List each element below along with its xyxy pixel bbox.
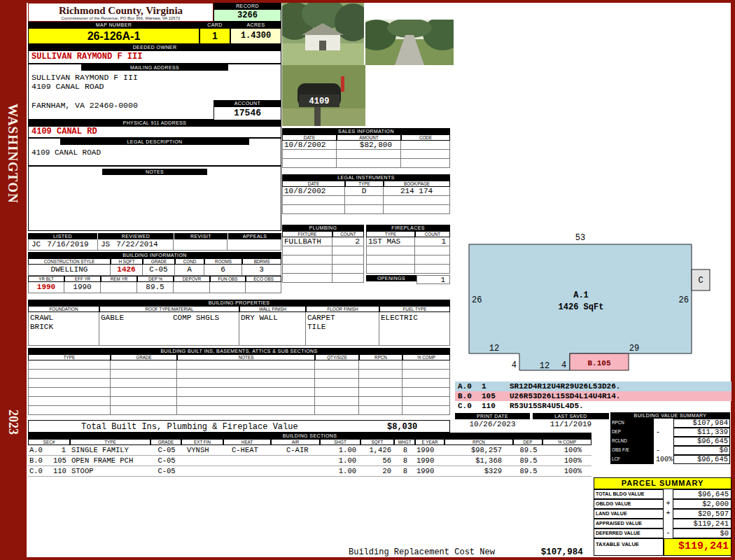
plumbing-count: 2 — [332, 237, 364, 246]
building-properties-section: BUILDING PROPERTIES FOUNDATION ROOF TYPE… — [28, 300, 450, 346]
builtins-total-row: Total Built Ins, Plumbing & Fireplace Va… — [28, 420, 450, 433]
binfo-header-grade: GRADE — [143, 258, 175, 265]
county-header: Richmond County, Virginia Commissioner o… — [28, 3, 214, 22]
builtins-empty-row — [28, 360, 450, 370]
instruments-header-type: TYPE — [345, 181, 384, 187]
binfo-header-bdrms: BDRMS — [242, 258, 281, 265]
plumbing-header-count: COUNT — [332, 231, 364, 237]
building-value-summary-label: BUILDING VALUE SUMMARY — [610, 412, 730, 419]
sales-header-amount: AMOUNT — [337, 134, 401, 141]
taxable-value-label: TAXABLE VALUE — [594, 538, 664, 556]
plumbing-box: PLUMBING FIXTURE COUNT FULLBATH 2 — [282, 225, 364, 283]
vs-row-dep: DEP - $11,339 — [610, 428, 730, 437]
physical-address-section: PHYSICAL 911 ADDRESS 4109 CANAL RD — [28, 120, 281, 138]
reviewed-by: JS — [101, 239, 110, 250]
card-number-box: CARD 1 — [200, 22, 230, 44]
legal-instruments-section: LEGAL INSTRUMENTS DATE TYPE BOOK/PAGE 10… — [282, 174, 450, 214]
deeded-owner-section: DEEDED OWNER SULLIVAN RAYMOND F III — [28, 44, 281, 64]
bprops-header-foundation: FOUNDATION — [28, 306, 99, 312]
builtins-header-qty: QTY/SIZE — [315, 354, 359, 360]
plumbing-header-fixture: FIXTURE — [282, 231, 332, 237]
building-information-label: BUILDING INFORMATION — [28, 252, 281, 258]
binfo-header-hsqft: H SQFT — [111, 258, 143, 265]
building-sections: BUILDING SECTIONS SEC# TYPE GRADE EXT FI… — [28, 433, 592, 477]
binfo-effyr: 1990 — [64, 282, 101, 293]
sketch-section-a-label: A.1 — [573, 290, 589, 300]
binfo-header-yrblt: YR BLT — [28, 276, 64, 282]
map-number-box: MAP NUMBER 26-126A-1 — [28, 22, 200, 44]
last-saved-label: LAST SAVED — [533, 413, 609, 419]
bprops-header-fuel: FUEL TYPE — [379, 306, 450, 312]
binfo-header-cond: COND — [175, 258, 204, 265]
sketch-section-b-label: B.105 — [587, 359, 610, 368]
vs-row-lcf: LCF 100% $96,645 — [610, 455, 730, 464]
binfo-funobs — [210, 282, 246, 293]
instruments-header-bookpage: BOOK/PAGE — [384, 181, 450, 187]
sketch-dim-right: 26 — [679, 295, 689, 305]
bprops-header-roof: ROOF TYPE/MATERIAL — [99, 306, 239, 312]
builtins-empty-row — [28, 406, 450, 415]
bsec-header-eyear: E YEAR — [415, 439, 444, 445]
bprops-header-floor: FLOOR FINISH — [306, 306, 379, 312]
fireplaces-label: FIREPLACES — [366, 225, 450, 231]
bprops-header-wall: WALL FINISH — [239, 306, 306, 312]
bprops-floor: CARPET TILE — [306, 312, 379, 346]
building-sections-label: BUILDING SECTIONS — [28, 433, 592, 439]
sketch-section-c-label: C — [698, 276, 703, 286]
building-section-row: C.0 110 STOOP C-05 1.00 20 8 1990 $329 8… — [28, 466, 592, 477]
binfo-header-effyr: EFF YR — [64, 276, 101, 282]
bsec-header-rpcn: RPCN — [444, 439, 513, 445]
sales-header-date: DATE — [282, 134, 337, 141]
fireplaces-header-count: COUNT — [415, 231, 450, 237]
sketch-dim-bottom-right: 29 — [629, 344, 639, 354]
fireplaces-header-type: TYPE — [366, 231, 415, 237]
bsec-header-ext: EXT FIN — [181, 439, 223, 445]
binfo-header-remyr: REM YR — [101, 276, 137, 282]
vs-row-obs: OBS F/E - $0 — [610, 446, 730, 455]
bsec-header-comp: % COMP — [542, 439, 592, 445]
replacement-cost-label: Building Replacement Cost New — [349, 547, 495, 557]
builtins-header-type: TYPE — [28, 354, 111, 360]
physical-address-label: PHYSICAL 911 ADDRESS — [28, 120, 281, 126]
card-value: 1 — [200, 28, 230, 44]
binfo-bdrms: 3 — [242, 265, 281, 276]
instrument-date: 10/8/2002 — [282, 187, 345, 196]
instruments-empty-row — [282, 196, 450, 205]
card-label: CARD — [200, 22, 230, 28]
listed-date: 7/16/2019 — [47, 239, 88, 250]
sketch-dim-notch-bottom: 12 — [540, 361, 550, 371]
revisit-label: REVISIT — [174, 233, 227, 239]
builtins-empty-row — [28, 370, 450, 379]
sketch-legend: A.0 1 SR12D4R12U4R29U26L53D26. B.0 105 U… — [455, 382, 732, 411]
taxable-value: $119,241 — [664, 538, 732, 556]
builtins-header-grade: GRADE — [111, 354, 177, 360]
fireplace-count: 1 — [415, 237, 450, 246]
builtins-total-label: Total Built Ins, Plumbing & Fireplace Va… — [81, 422, 298, 432]
appeals-label: APPEALS — [228, 233, 281, 239]
bsec-header-type: TYPE — [70, 439, 150, 445]
state-vertical-label: WASHINGTON — [5, 104, 20, 204]
print-info-section: PRINT DATE 10/26/2023 LAST SAVED 11/1/20… — [455, 413, 610, 429]
binfo-dep: 89.5 — [137, 282, 174, 293]
photo-house — [282, 3, 364, 65]
mailing-line-2: 4109 CANAL ROAD — [31, 82, 104, 91]
revisit-value — [174, 239, 227, 251]
listed-value: JC 7/16/2019 — [28, 239, 98, 251]
county-subtitle: Commissioner of the Revenue, PO Box 366,… — [29, 16, 213, 20]
photo-mailbox: 4109 — [282, 65, 365, 126]
bprops-wall: DRY WALL — [239, 312, 306, 346]
print-date-label: PRINT DATE — [455, 413, 530, 419]
parcel-row-taxable: TAXABLE VALUE $119,241 — [594, 538, 732, 556]
notes-section: NOTES — [28, 166, 281, 231]
bsec-header-whgt: WHGT — [394, 439, 415, 445]
parcel-row-land: LAND VALUE + $20,597 — [594, 509, 732, 519]
record-value: 3266 — [214, 9, 281, 22]
binfo-header-ecoobs: ECO OBS — [246, 276, 281, 282]
print-date-value: 10/26/2023 — [455, 419, 530, 429]
acres-value: 1.4300 — [230, 28, 281, 44]
deeded-owner-value: SULLIVAN RAYMOND F III — [28, 50, 281, 64]
vs-row-rpcn: RPCN $107,984 — [610, 419, 730, 428]
builtins-header-comp: % COMP — [402, 354, 450, 360]
legend-row-b: B.0 105 U26R53D26L15SD4L14U4R14. — [455, 391, 732, 401]
plumbing-label: PLUMBING — [282, 225, 364, 231]
